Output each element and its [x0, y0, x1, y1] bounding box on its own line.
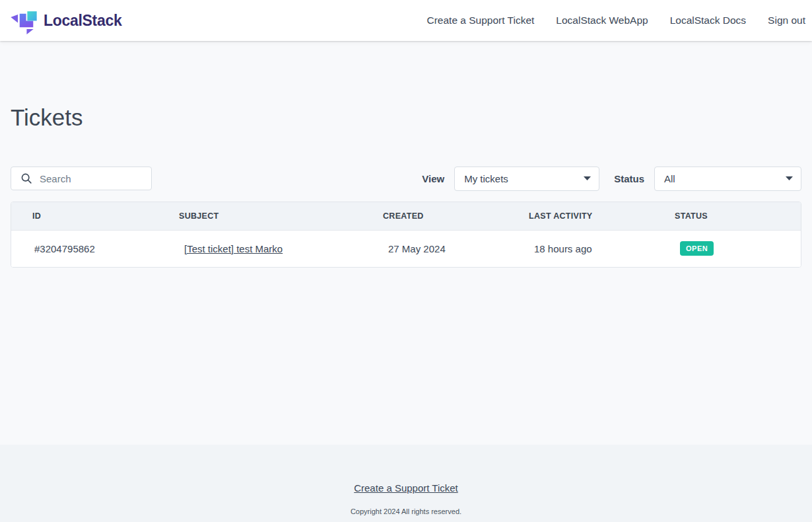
filters: View My tickets Status All: [422, 167, 801, 191]
dropdown-arrow-icon: [584, 176, 591, 180]
search-input[interactable]: [40, 173, 139, 184]
dropdown-arrow-icon: [786, 176, 793, 180]
search-box[interactable]: [11, 167, 152, 190]
view-select[interactable]: My tickets: [454, 167, 599, 191]
column-header-id: ID: [11, 211, 179, 221]
table-row: #3204795862 [Test ticket] test Marko 27 …: [11, 231, 801, 267]
column-header-subject: SUBJECT: [179, 211, 383, 221]
nav-localstack-docs[interactable]: LocalStack Docs: [670, 15, 746, 26]
status-badge: OPEN: [680, 241, 714, 256]
top-nav: Create a Support Ticket LocalStack WebAp…: [427, 15, 805, 26]
app-header: LocalStack Create a Support Ticket Local…: [0, 0, 812, 41]
status-filter-label: Status: [614, 173, 644, 184]
main-content: Tickets View My tickets Status All: [0, 41, 812, 445]
nav-sign-out[interactable]: Sign out: [768, 15, 805, 26]
footer-create-ticket-link[interactable]: Create a Support Ticket: [354, 482, 458, 494]
ticket-id: #3204795862: [11, 243, 179, 254]
view-filter-label: View: [422, 173, 444, 184]
controls-row: View My tickets Status All: [11, 167, 801, 191]
nav-create-support-ticket[interactable]: Create a Support Ticket: [427, 15, 535, 26]
column-header-last-activity: LAST ACTIVITY: [529, 211, 675, 221]
column-header-created: CREATED: [383, 211, 529, 221]
status-select[interactable]: All: [654, 167, 801, 191]
tickets-table: ID SUBJECT CREATED LAST ACTIVITY STATUS …: [11, 202, 801, 268]
column-header-status: STATUS: [675, 211, 801, 221]
view-select-value: My tickets: [464, 173, 508, 184]
search-icon: [20, 172, 32, 184]
nav-localstack-webapp[interactable]: LocalStack WebApp: [556, 15, 648, 26]
brand-logo[interactable]: LocalStack: [11, 7, 121, 34]
brand-name: LocalStack: [44, 12, 121, 30]
copyright: Copyright 2024 All rights reserved.: [351, 507, 461, 515]
localstack-logo-icon: [11, 7, 37, 34]
ticket-last-activity: 18 hours ago: [529, 243, 675, 254]
page-title: Tickets: [11, 105, 801, 131]
ticket-created: 27 May 2024: [383, 243, 529, 254]
status-select-value: All: [664, 173, 675, 184]
ticket-subject-link[interactable]: [Test ticket] test Marko: [184, 243, 283, 254]
app-footer: Create a Support Ticket Copyright 2024 A…: [0, 445, 812, 522]
table-header-row: ID SUBJECT CREATED LAST ACTIVITY STATUS: [11, 202, 801, 231]
